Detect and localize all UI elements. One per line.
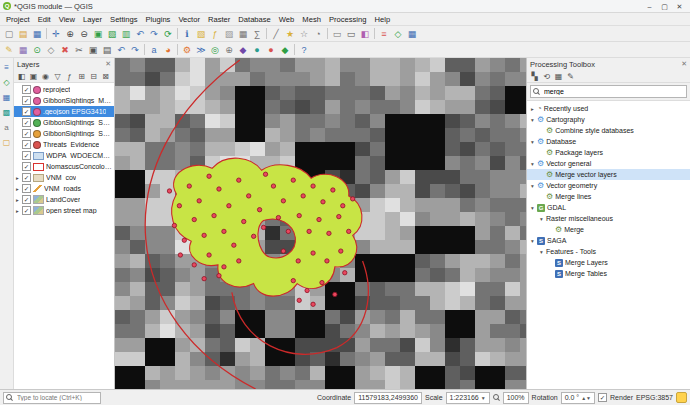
tree-expand-arrow-icon[interactable]: ▾: [530, 205, 535, 211]
zoom-to-selection-icon[interactable]: ▧: [105, 27, 119, 40]
zoom-out-icon[interactable]: ⊖: [77, 27, 91, 40]
layer-row[interactable]: ✓GibbonSightings_Survey2: [14, 117, 114, 128]
layer-visibility-checkbox[interactable]: ✓: [22, 129, 31, 138]
copy-features-icon[interactable]: ▣: [86, 43, 100, 56]
layer-diagram-options-icon[interactable]: ◕: [161, 43, 175, 56]
layer-row[interactable]: ✓reproject: [14, 84, 114, 95]
add-mesh-layer-icon[interactable]: ▩: [1, 106, 13, 118]
open-project-icon[interactable]: ▤: [16, 27, 30, 40]
tree-group-item[interactable]: ▾⚙Vector general: [527, 158, 690, 169]
remove-layer-icon[interactable]: ⊠: [100, 71, 111, 82]
zoom-in-icon[interactable]: ⊕: [63, 27, 77, 40]
add-raster-layer-icon[interactable]: ▦: [405, 27, 419, 40]
layer-visibility-checkbox[interactable]: ✓: [22, 151, 31, 160]
new-print-layout-icon[interactable]: ▭: [330, 27, 344, 40]
layer-visibility-checkbox[interactable]: ✓: [22, 140, 31, 149]
tree-expand-arrow-icon[interactable]: ▸: [530, 106, 535, 112]
layer-visibility-checkbox[interactable]: ✓: [22, 195, 31, 204]
osm-search-icon[interactable]: ◎: [208, 43, 222, 56]
algorithm-item[interactable]: ⚙Package layers: [527, 147, 690, 158]
layer-row[interactable]: ▸✓VNM_cov: [14, 172, 114, 183]
edit-features-in-place-icon[interactable]: ✎: [565, 71, 576, 82]
tree-expand-arrow-icon[interactable]: ▾: [539, 249, 544, 255]
temporal-controller-icon[interactable]: ◔: [311, 27, 325, 40]
processing-panel-close-icon[interactable]: ✕: [681, 60, 687, 68]
open-data-source-manager-icon[interactable]: ≡: [377, 27, 391, 40]
rotation-spinner[interactable]: 0.0 ° ▲▼: [561, 392, 595, 404]
redo-icon[interactable]: ↷: [128, 43, 142, 56]
open-layer-styling-icon[interactable]: ◧: [16, 71, 27, 82]
layer-visibility-checkbox[interactable]: ✓: [22, 85, 31, 94]
layer-visibility-checkbox[interactable]: ✓: [22, 96, 31, 105]
delete-selected-icon[interactable]: ✖: [58, 43, 72, 56]
zoom-to-layer-icon[interactable]: ▥: [119, 27, 133, 40]
deselect-features-icon[interactable]: ▨: [222, 27, 236, 40]
select-features-icon[interactable]: ▧: [194, 27, 208, 40]
algorithm-item[interactable]: SMerge Tables: [527, 268, 690, 279]
manage-map-themes-icon[interactable]: ◉: [40, 71, 51, 82]
add-vector-layer-icon[interactable]: ◇: [391, 27, 405, 40]
style-manager-icon[interactable]: ◧: [358, 27, 372, 40]
algorithm-item[interactable]: SMerge Layers: [527, 257, 690, 268]
undo-icon[interactable]: ↶: [114, 43, 128, 56]
models-menu-icon[interactable]: ▚: [529, 71, 540, 82]
layer-row[interactable]: ✓GibbonSightings_Survey1: [14, 128, 114, 139]
processing-search-input[interactable]: [542, 87, 684, 96]
measure-line-icon[interactable]: ╱: [269, 27, 283, 40]
tree-group-item[interactable]: ▾⚙Database: [527, 136, 690, 147]
save-layer-edits-icon[interactable]: ▦: [16, 43, 30, 56]
tree-group-item[interactable]: ▾Raster miscellaneous: [527, 213, 690, 224]
magnifier-value[interactable]: 100%: [503, 392, 529, 404]
georeferencer-icon[interactable]: ⊕: [222, 43, 236, 56]
tree-group-item[interactable]: ▾⚙Cartography: [527, 114, 690, 125]
history-icon[interactable]: ⟲: [541, 71, 552, 82]
menu-mesh[interactable]: Mesh: [298, 15, 325, 24]
refresh-map-icon[interactable]: ⟳: [161, 27, 175, 40]
plugin-tool-2-icon[interactable]: ●: [250, 43, 264, 56]
menu-vector[interactable]: Vector: [174, 15, 204, 24]
vertex-tool-icon[interactable]: ◇: [44, 43, 58, 56]
menu-processing[interactable]: Processing: [325, 15, 371, 24]
layer-row[interactable]: ✓WDPA_WDOECM_Jun2021_P...: [14, 150, 114, 161]
tree-expand-arrow-icon[interactable]: ▾: [530, 117, 535, 123]
results-viewer-icon[interactable]: ▦: [553, 71, 564, 82]
layer-row[interactable]: ▸✓open street map: [14, 205, 114, 216]
zoom-last-icon[interactable]: ↶: [133, 27, 147, 40]
zoom-next-icon[interactable]: ↷: [147, 27, 161, 40]
collapse-all-icon[interactable]: ⊟: [88, 71, 99, 82]
add-delimited-text-icon[interactable]: a: [1, 121, 13, 133]
tree-group-item[interactable]: ▾⚙Vector geometry: [527, 180, 690, 191]
tree-group-item[interactable]: ▸◔Recently used: [527, 103, 690, 114]
menu-view[interactable]: View: [55, 15, 79, 24]
new-project-icon[interactable]: ▢: [2, 27, 16, 40]
add-group-icon[interactable]: ▣: [28, 71, 39, 82]
new-bookmark-icon[interactable]: ★: [283, 27, 297, 40]
crs-indicator[interactable]: EPSG:3857: [636, 394, 673, 401]
layer-visibility-checkbox[interactable]: ✓: [22, 206, 31, 215]
tree-expand-arrow-icon[interactable]: ▾: [530, 238, 535, 244]
tree-expand-arrow-icon[interactable]: ▾: [530, 139, 535, 145]
menu-help[interactable]: Help: [370, 15, 394, 24]
select-by-expression-icon[interactable]: ƒ: [208, 27, 222, 40]
layer-visibility-checkbox[interactable]: ✓: [22, 118, 31, 127]
coordinate-value[interactable]: 11579183,2499360: [354, 392, 422, 404]
save-project-icon[interactable]: ▦: [30, 27, 44, 40]
map-canvas[interactable]: [115, 58, 526, 389]
layer-row[interactable]: ✓Threats_Evidence: [14, 139, 114, 150]
menu-database[interactable]: Database: [234, 15, 275, 24]
layer-expand-arrow-icon[interactable]: ▸: [15, 186, 20, 192]
python-console-icon[interactable]: ≫: [194, 43, 208, 56]
maximize-button[interactable]: ▢: [657, 1, 672, 12]
add-raster-layer-side-icon[interactable]: ▦: [1, 91, 13, 103]
field-calculator-icon[interactable]: ∑: [250, 27, 264, 40]
tree-expand-arrow-icon[interactable]: ▾: [530, 161, 535, 167]
tree-group-item[interactable]: ▾GGDAL: [527, 202, 690, 213]
layer-visibility-checkbox[interactable]: ✓: [22, 184, 31, 193]
layer-row[interactable]: ▸✓VNM_roads: [14, 183, 114, 194]
paste-features-icon[interactable]: ▤: [100, 43, 114, 56]
menu-layer[interactable]: Layer: [79, 15, 106, 24]
menu-plugins[interactable]: Plugins: [142, 15, 175, 24]
locator-input[interactable]: [15, 393, 98, 402]
layer-row[interactable]: ✓GibbonSightings_Merged: [14, 95, 114, 106]
layer-expand-arrow-icon[interactable]: ▸: [15, 208, 20, 214]
